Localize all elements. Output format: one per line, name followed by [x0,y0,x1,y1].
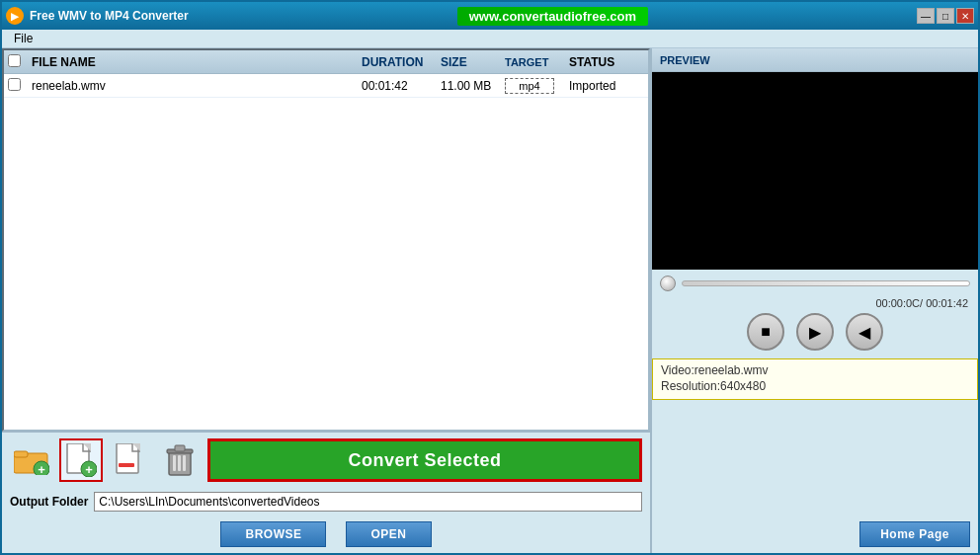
bottom-buttons-row: BROWSE OPEN [2,515,650,553]
trash-icon [165,443,195,477]
minimize-button[interactable]: — [917,8,935,24]
mute-button[interactable]: ◀ [846,313,883,351]
toolbar-row: + + [2,432,650,488]
right-panel: PREVIEW 00:00:0C/ 00:01:42 ■ ▶ ◀ [652,48,978,553]
svg-rect-15 [178,455,181,471]
header-check[interactable] [4,54,28,69]
svg-rect-1 [14,451,28,457]
add-folder-button[interactable]: + [10,438,53,482]
add-file-button[interactable]: + [59,438,103,482]
stop-button[interactable]: ■ [747,313,784,351]
output-folder-row: Output Folder [2,488,650,515]
convert-selected-button[interactable]: Convert Selected [207,438,642,482]
row-filename: reneelab.wmv [28,79,362,93]
header-size: SIZE [441,55,505,69]
file-table: FILE NAME DURATION SIZE TARGET STATUS re… [2,48,650,432]
svg-rect-10 [119,463,134,467]
svg-text:+: + [85,462,93,477]
preview-video-name: Video:reneelab.wmv [661,363,969,377]
row-check[interactable] [4,78,28,94]
svg-rect-13 [175,445,185,451]
preview-header: PREVIEW [652,48,978,72]
header-status: STATUS [569,55,648,69]
row-duration: 00:01:42 [362,79,441,93]
file-remove-icon [115,443,146,477]
home-page-button[interactable]: Home Page [859,521,970,547]
browse-button[interactable]: BROWSE [220,521,326,547]
home-page-area: Home Page [652,515,978,553]
open-button[interactable]: OPEN [346,521,431,547]
play-button[interactable]: ▶ [796,313,834,351]
preview-info: Video:reneelab.wmv Resolution:640x480 [652,358,978,400]
app-title: Free WMV to MP4 Converter [30,9,189,23]
table-row[interactable]: reneelab.wmv 00:01:42 11.00 MB mp4 Impor… [4,74,648,98]
seekbar-row [652,270,978,297]
title-bar: ▶ Free WMV to MP4 Converter www.converta… [2,2,978,30]
select-all-checkbox[interactable] [8,54,21,67]
header-target: TARGET [505,56,569,68]
header-filename: FILE NAME [28,55,362,69]
menu-file[interactable]: File [10,30,37,47]
seek-track[interactable] [682,280,970,286]
preview-video [652,72,978,270]
row-status: Imported [569,79,648,93]
preview-resolution: Resolution:640x480 [661,379,969,393]
row-target[interactable]: mp4 [505,78,569,94]
preview-controls: ■ ▶ ◀ [652,309,978,355]
remove-file-button[interactable] [109,438,152,482]
svg-text:+: + [38,462,45,475]
window-controls: — □ ✕ [917,8,974,24]
mute-icon: ◀ [858,323,870,342]
app-icon: ▶ [6,7,24,25]
table-header: FILE NAME DURATION SIZE TARGET STATUS [4,50,648,74]
file-add-icon: + [65,443,97,477]
target-format[interactable]: mp4 [505,78,554,94]
website-url[interactable]: www.convertaudiofree.com [457,7,648,26]
output-folder-label: Output Folder [10,495,88,509]
svg-rect-16 [183,455,186,471]
play-icon: ▶ [809,323,821,342]
seek-thumb[interactable] [660,276,676,291]
header-duration: DURATION [362,55,441,69]
delete-button[interactable] [158,438,202,482]
svg-rect-8 [117,443,138,473]
menu-bar: File [2,30,978,48]
left-panel: FILE NAME DURATION SIZE TARGET STATUS re… [2,48,652,553]
maximize-button[interactable]: □ [937,8,954,24]
row-size: 11.00 MB [441,79,505,93]
time-display: 00:00:0C/ 00:01:42 [652,297,978,309]
output-folder-input[interactable] [94,492,642,512]
row-checkbox[interactable] [8,78,21,91]
close-button[interactable]: ✕ [956,8,974,24]
svg-rect-14 [173,455,176,471]
table-body: reneelab.wmv 00:01:42 11.00 MB mp4 Impor… [4,74,648,430]
stop-icon: ■ [761,323,771,341]
folder-add-icon: + [14,445,49,475]
